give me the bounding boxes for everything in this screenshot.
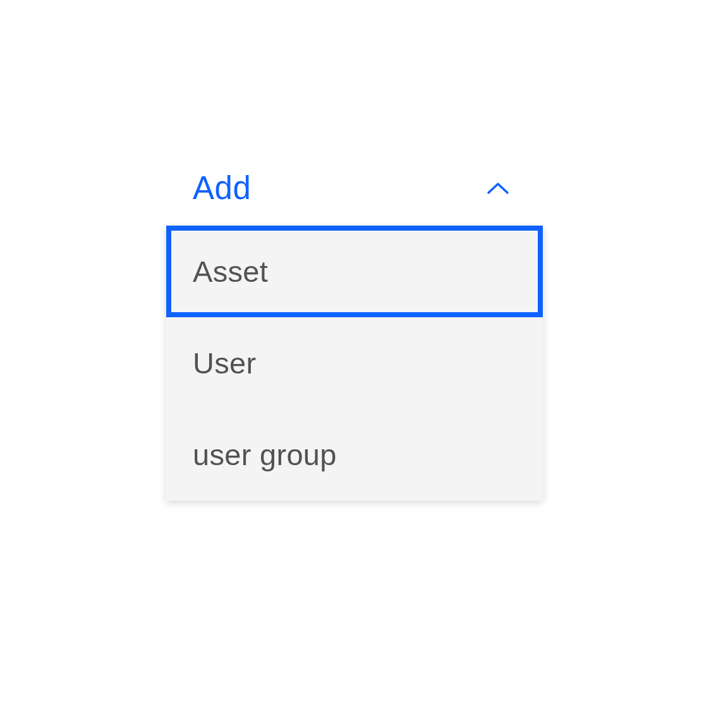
- add-dropdown: Add Asset User user group: [166, 157, 543, 500]
- dropdown-option-label: user group: [193, 438, 337, 471]
- dropdown-option-user-group[interactable]: user group: [166, 409, 543, 500]
- chevron-up-icon: [485, 175, 511, 202]
- add-dropdown-label: Add: [193, 169, 251, 207]
- add-dropdown-trigger[interactable]: Add: [166, 157, 543, 226]
- dropdown-option-label: Asset: [193, 255, 268, 288]
- dropdown-option-label: User: [193, 346, 256, 380]
- dropdown-option-asset[interactable]: Asset: [166, 226, 543, 317]
- dropdown-option-user[interactable]: User: [166, 317, 543, 409]
- add-dropdown-menu: Asset User user group: [166, 226, 543, 500]
